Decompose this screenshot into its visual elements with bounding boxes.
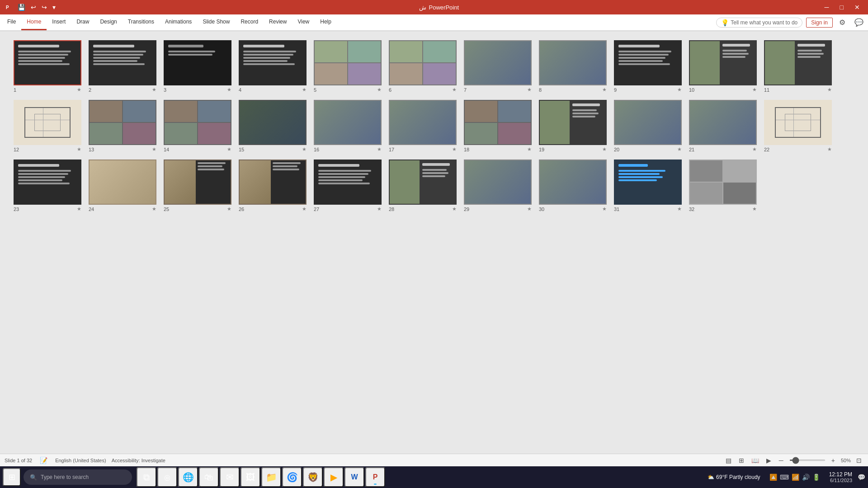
slide-item[interactable]: 27 ★ (314, 160, 382, 212)
slide-star-icon[interactable]: ★ (227, 206, 231, 212)
taskbar-task-view[interactable]: ⧉ (137, 467, 156, 487)
search-box[interactable]: 🔍 (24, 469, 132, 485)
customize-qa-button[interactable]: ▾ (50, 3, 58, 12)
slide-star-icon[interactable]: ★ (452, 87, 457, 93)
slide-item[interactable]: 6 ★ (389, 40, 457, 93)
slide-star-icon[interactable]: ★ (452, 206, 457, 212)
slide-star-icon[interactable]: ★ (377, 146, 382, 152)
slide-star-icon[interactable]: ★ (602, 87, 607, 93)
taskbar-chrome[interactable]: 🌀 (282, 467, 302, 487)
undo-button[interactable]: ↩ (28, 3, 38, 12)
slide-star-icon[interactable]: ★ (827, 146, 832, 152)
slide-star-icon[interactable]: ★ (752, 206, 757, 212)
slide-item[interactable]: 16 ★ (314, 100, 382, 152)
systray-keyboard[interactable]: ⌨ (780, 474, 789, 481)
tab-review[interactable]: Review (264, 14, 292, 30)
systray-battery[interactable]: 🔋 (812, 474, 820, 481)
slide-star-icon[interactable]: ★ (752, 146, 757, 152)
taskbar-photos[interactable]: 🖼 (241, 467, 260, 487)
tab-home[interactable]: Home (21, 14, 47, 30)
slide-item[interactable]: 13 ★ (89, 100, 156, 152)
slide-star-icon[interactable]: ★ (302, 206, 307, 212)
slide-star-icon[interactable]: ★ (152, 87, 156, 93)
zoom-in-button[interactable]: + (829, 456, 837, 465)
slide-item[interactable]: 9 ★ (614, 40, 682, 93)
slide-item[interactable]: 25 ★ (164, 160, 231, 212)
zoom-out-button[interactable]: ─ (777, 456, 786, 465)
slide-item[interactable]: 15 ★ (239, 100, 307, 152)
slide-item[interactable]: 3 ★ (164, 40, 231, 93)
taskbar-edge[interactable]: 🌐 (178, 467, 198, 487)
slide-item[interactable]: 24 ★ (89, 160, 156, 212)
taskbar-explorer[interactable]: 📁 (261, 467, 281, 487)
comments-button[interactable]: 💬 (852, 17, 866, 28)
slide-star-icon[interactable]: ★ (677, 146, 682, 152)
slide-star-icon[interactable]: ★ (827, 87, 832, 93)
slide-star-icon[interactable]: ★ (302, 87, 307, 93)
taskbar-time[interactable]: 12:12 PM 6/11/2023 (826, 471, 856, 483)
slide-item[interactable]: 23 ★ (14, 160, 81, 212)
taskbar-brave[interactable]: 🦁 (303, 467, 323, 487)
slide-star-icon[interactable]: ★ (602, 146, 607, 152)
fit-slide-button[interactable]: ⊡ (854, 456, 863, 465)
slide-star-icon[interactable]: ★ (377, 206, 382, 212)
normal-view-button[interactable]: ▤ (724, 456, 733, 465)
tab-slideshow[interactable]: Slide Show (197, 14, 235, 30)
slide-star-icon[interactable]: ★ (527, 206, 532, 212)
slide-item[interactable]: 31 ★ (614, 160, 682, 212)
tab-animations[interactable]: Animations (160, 14, 197, 30)
slide-item[interactable]: 21 ★ (689, 100, 757, 152)
slide-star-icon[interactable]: ★ (152, 146, 156, 152)
slide-item[interactable]: 14 ★ (164, 100, 231, 152)
slide-star-icon[interactable]: ★ (602, 206, 607, 212)
slide-item[interactable]: 18 ★ (464, 100, 532, 152)
tab-record[interactable]: Record (235, 14, 264, 30)
systray-network[interactable]: 📶 (792, 474, 799, 481)
weather-widget[interactable]: ⛅ 69°F Partly cloudy (704, 474, 764, 480)
systray-volume[interactable]: 🔊 (802, 474, 810, 481)
slide-sorter-button[interactable]: ⊞ (737, 456, 746, 465)
slide-star-icon[interactable]: ★ (677, 87, 682, 93)
slide-item[interactable]: 20 ★ (614, 100, 682, 152)
slide-item[interactable]: 32 ★ (689, 160, 757, 212)
slide-item[interactable]: 5 ★ (314, 40, 382, 93)
maximize-button[interactable]: □ (835, 3, 848, 12)
slide-star-icon[interactable]: ★ (77, 87, 81, 93)
taskbar-store[interactable]: 🛍 (199, 467, 219, 487)
tab-help[interactable]: Help (315, 14, 337, 30)
start-button[interactable]: ⊞ (3, 468, 21, 486)
tell-me-box[interactable]: 💡 Tell me what you want to do (716, 18, 802, 28)
search-input[interactable] (41, 474, 126, 480)
slide-star-icon[interactable]: ★ (677, 206, 682, 212)
slide-item[interactable]: 26 ★ (239, 160, 307, 212)
slide-item[interactable]: 7 ★ (464, 40, 532, 93)
slide-star-icon[interactable]: ★ (77, 206, 81, 212)
slide-star-icon[interactable]: ★ (152, 206, 156, 212)
taskbar-mail[interactable]: ✉ (220, 467, 240, 487)
presenter-view-button[interactable]: ▶ (764, 456, 773, 465)
taskbar-powerpoint[interactable]: P (365, 467, 385, 487)
slide-star-icon[interactable]: ★ (752, 87, 757, 93)
reading-view-button[interactable]: 📖 (750, 456, 761, 465)
slide-item[interactable]: 10 ★ (689, 40, 757, 93)
slide-item[interactable]: 29 ★ (464, 160, 532, 212)
notification-icon[interactable]: 💬 (858, 474, 865, 481)
taskbar-vlc[interactable]: ▶ (324, 467, 344, 487)
tab-design[interactable]: Design (94, 14, 122, 30)
sign-in-button[interactable]: Sign in (806, 18, 833, 28)
tab-insert[interactable]: Insert (47, 14, 71, 30)
slide-star-icon[interactable]: ★ (527, 146, 532, 152)
save-button[interactable]: 💾 (15, 3, 28, 12)
tab-draw[interactable]: Draw (71, 14, 94, 30)
slide-item[interactable]: 11 ★ (764, 40, 832, 93)
slide-star-icon[interactable]: ★ (452, 146, 457, 152)
slide-item[interactable]: 30 ★ (539, 160, 607, 212)
slide-star-icon[interactable]: ★ (377, 87, 382, 93)
slide-star-icon[interactable]: ★ (527, 87, 532, 93)
zoom-slider[interactable] (789, 460, 826, 461)
systray-chevron[interactable]: 🔼 (769, 474, 777, 481)
close-button[interactable]: ✕ (850, 3, 864, 12)
slide-item[interactable]: 8 ★ (539, 40, 607, 93)
taskbar-cortana[interactable]: ◎ (157, 467, 177, 487)
accessibility-status[interactable]: Accessibility: Investigate (112, 458, 165, 463)
